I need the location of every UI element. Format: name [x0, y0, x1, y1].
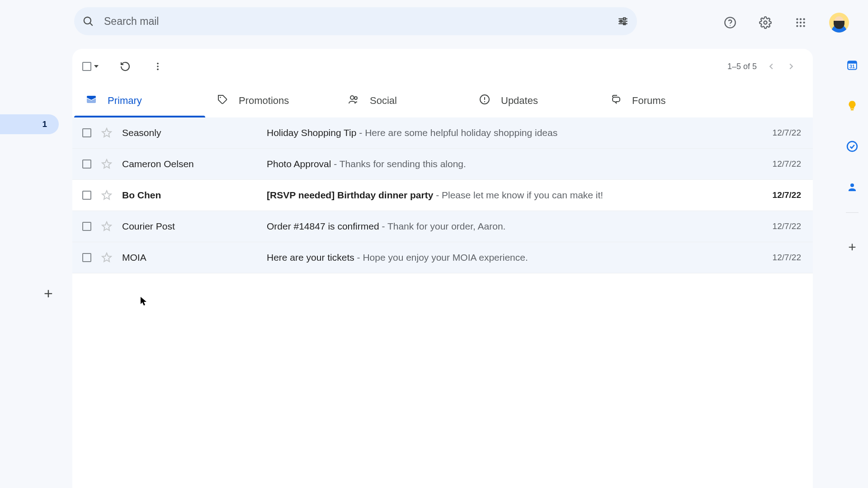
svg-point-26 — [220, 97, 221, 98]
svg-marker-33 — [102, 160, 111, 168]
star-icon[interactable] — [101, 190, 112, 201]
search-options-icon[interactable] — [617, 15, 629, 27]
svg-marker-34 — [102, 191, 111, 199]
sender: Bo Chen — [122, 190, 267, 201]
primary-icon — [86, 94, 97, 108]
rail-divider — [846, 212, 859, 213]
row-checkbox[interactable] — [82, 160, 91, 169]
svg-point-13 — [764, 21, 767, 24]
promotions-icon — [217, 94, 228, 108]
svg-point-23 — [157, 63, 159, 65]
tab-promotions[interactable]: Promotions — [205, 84, 336, 117]
email-row[interactable]: Cameron OelsenPhoto Approval - Thanks fo… — [72, 149, 813, 180]
subject-line: Order #14847 is confirmed - Thank for yo… — [267, 221, 764, 232]
svg-point-27 — [350, 96, 354, 99]
row-checkbox[interactable] — [82, 222, 91, 231]
refresh-button[interactable] — [119, 61, 131, 72]
prev-page-button[interactable] — [761, 56, 781, 76]
svg-marker-32 — [102, 128, 111, 137]
search-bar — [74, 7, 637, 35]
chevron-down-icon — [94, 65, 99, 68]
svg-point-16 — [803, 18, 805, 20]
tab-primary[interactable]: Primary — [74, 84, 205, 117]
subject-line: Photo Approval - Thanks for sending this… — [267, 159, 764, 169]
support-icon[interactable] — [723, 16, 737, 29]
updates-icon — [479, 94, 490, 108]
sender: Cameron Oelsen — [122, 159, 267, 169]
svg-marker-35 — [102, 222, 111, 230]
row-checkbox[interactable] — [82, 128, 91, 137]
svg-point-20 — [796, 25, 798, 27]
svg-rect-40 — [851, 109, 854, 111]
settings-icon[interactable] — [759, 16, 772, 29]
svg-point-14 — [796, 18, 798, 20]
star-icon[interactable] — [101, 159, 112, 169]
search-icon[interactable] — [82, 15, 94, 27]
sidebar-item-inbox[interactable]: 1 — [0, 114, 59, 134]
svg-point-25 — [157, 69, 159, 70]
date: 12/7/22 — [773, 190, 801, 200]
date: 12/7/22 — [773, 221, 801, 231]
tab-label: Forums — [632, 95, 666, 107]
email-row[interactable]: SeasonlyHoliday Shopping Tip - Here are … — [72, 117, 813, 149]
subject-line: [RSVP needed] Birthday dinner party - Pl… — [267, 190, 764, 201]
svg-point-21 — [800, 25, 802, 27]
inbox-badge-count: 1 — [42, 119, 47, 129]
svg-point-19 — [803, 22, 805, 23]
svg-point-22 — [803, 25, 805, 27]
svg-point-28 — [354, 97, 357, 99]
search-input[interactable] — [104, 15, 617, 28]
svg-point-15 — [800, 18, 802, 20]
star-icon[interactable] — [101, 252, 112, 263]
row-checkbox[interactable] — [82, 191, 91, 200]
social-icon — [348, 94, 359, 108]
select-all-checkbox[interactable] — [82, 62, 99, 71]
add-addon-button[interactable]: + — [846, 241, 859, 253]
svg-point-24 — [157, 66, 159, 67]
svg-point-18 — [800, 22, 802, 23]
svg-line-1 — [90, 23, 92, 25]
date: 12/7/22 — [773, 128, 801, 138]
tab-label: Social — [370, 95, 397, 107]
keep-app-icon[interactable] — [846, 99, 859, 112]
apps-icon[interactable] — [794, 16, 807, 29]
sender: Seasonly — [122, 127, 267, 138]
date: 12/7/22 — [773, 159, 801, 169]
svg-point-41 — [847, 141, 857, 151]
tab-social[interactable]: Social — [336, 84, 467, 117]
svg-point-42 — [850, 183, 854, 187]
account-avatar[interactable] — [829, 13, 849, 33]
svg-text:31: 31 — [849, 64, 855, 69]
tab-label: Updates — [501, 95, 538, 107]
email-row[interactable]: Bo Chen[RSVP needed] Birthday dinner par… — [72, 180, 813, 211]
svg-point-17 — [796, 22, 798, 23]
email-row[interactable]: MOIAHere are your tickets - Hope you enj… — [72, 242, 813, 273]
mouse-cursor-icon — [140, 296, 147, 306]
forums-icon — [610, 94, 621, 108]
svg-point-31 — [484, 101, 485, 102]
subject-line: Here are your tickets - Hope you enjoy y… — [267, 252, 764, 263]
tab-label: Promotions — [239, 95, 289, 107]
tab-updates[interactable]: Updates — [467, 84, 599, 117]
svg-point-12 — [730, 25, 731, 26]
more-button[interactable] — [152, 61, 164, 72]
sender: MOIA — [122, 252, 267, 263]
calendar-app-icon[interactable]: 31 — [846, 59, 859, 71]
new-label-button[interactable]: + — [38, 283, 59, 304]
tab-forums[interactable]: Forums — [599, 84, 730, 117]
row-checkbox[interactable] — [82, 253, 91, 262]
date: 12/7/22 — [773, 253, 801, 263]
svg-point-11 — [725, 17, 735, 28]
svg-marker-36 — [102, 253, 111, 262]
email-row[interactable]: Courier PostOrder #14847 is confirmed - … — [72, 211, 813, 242]
tab-label: Primary — [108, 95, 142, 107]
subject-line: Holiday Shopping Tip - Here are some hel… — [267, 127, 764, 138]
star-icon[interactable] — [101, 221, 112, 232]
contacts-app-icon[interactable] — [846, 181, 859, 193]
star-icon[interactable] — [101, 127, 112, 138]
checkbox-icon — [82, 62, 91, 71]
tasks-app-icon[interactable] — [846, 140, 859, 153]
page-count: 1–5 of 5 — [727, 62, 757, 71]
next-page-button[interactable] — [781, 56, 801, 76]
sender: Courier Post — [122, 221, 267, 232]
